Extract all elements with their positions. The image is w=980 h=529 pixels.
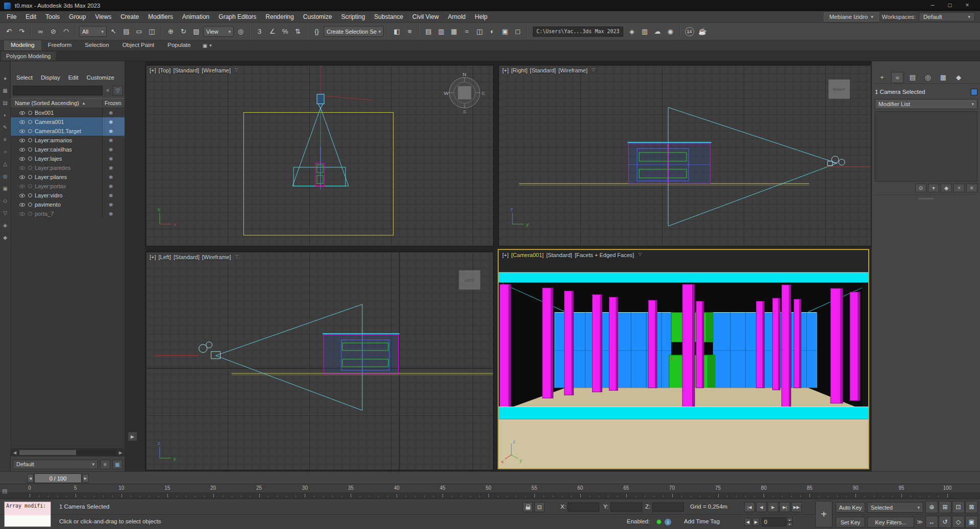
previous-frame-icon[interactable]: ◀ <box>756 502 767 512</box>
ribbon-tab-object-paint[interactable]: Object Paint <box>116 40 161 51</box>
explorer-row-layer-pilares[interactable]: Layer:pilares❄ <box>11 172 125 182</box>
search-filter-icon[interactable]: ▽ <box>113 86 123 95</box>
spinner-down-icon[interactable]: ▼ <box>787 522 793 526</box>
menu-customize[interactable]: Customize <box>299 12 337 22</box>
render-setup-icon[interactable]: ▣ <box>499 26 511 38</box>
viewport-filter-icon[interactable]: ▽ <box>638 252 642 258</box>
previous-key-icon[interactable]: ◀ <box>744 518 751 526</box>
viewcube-compass[interactable]: N W E S <box>444 71 485 115</box>
explorer-horizontal-scrollbar[interactable]: ◀ ▶ <box>11 448 125 457</box>
asset-library-icon[interactable]: ▥ <box>639 26 651 38</box>
explorer-preset-dropdown[interactable]: Default ▾ <box>13 460 98 469</box>
remove-modifier-icon[interactable]: × <box>953 184 965 192</box>
more-keys-icon[interactable]: ≫ <box>917 518 923 525</box>
viewport-filter-icon[interactable]: ▽ <box>235 67 238 73</box>
pin-stack-icon[interactable]: ⊙ <box>915 184 926 192</box>
select-and-move-icon[interactable]: ⊕ <box>165 26 177 38</box>
explorer-spacewarp-filter-icon[interactable]: ▽ <box>3 210 7 218</box>
project-folder-field[interactable]: C:\Users\Yac...3ds Max 2023 <box>533 27 623 37</box>
close-button[interactable]: × <box>959 0 976 11</box>
menu-file[interactable]: File <box>2 12 21 22</box>
user-workspace-tab[interactable]: Mebiane Izidro ▾ <box>824 12 879 21</box>
visibility-eye-icon[interactable] <box>19 120 25 124</box>
time-slider-next-icon[interactable]: ▶ <box>82 474 89 483</box>
viewport-filter-icon[interactable]: ▽ <box>592 67 595 73</box>
toggle-ribbon-icon[interactable]: ▦ <box>448 26 460 38</box>
explorer-row-layer-lajes[interactable]: Layer:lajes❄ <box>11 154 125 163</box>
key-filters-button[interactable]: Key Filters... <box>867 517 914 527</box>
viewport-camera[interactable]: x z x y [+][Camera001][Standard][Facets … <box>498 249 869 469</box>
viewport-right-label-3[interactable]: [Wireframe] <box>558 67 587 73</box>
explorer-material-icon[interactable]: ◐ <box>4 112 7 120</box>
explorer-light-filter-icon[interactable]: ◎ <box>3 173 8 181</box>
explorer-row-layer-caixilhas[interactable]: Layer:caixilhas❄ <box>11 145 125 154</box>
maximize-button[interactable]: □ <box>941 0 959 11</box>
viewport-left-label-0[interactable]: [+] <box>150 254 156 260</box>
viewcube-ghost[interactable]: LEFT <box>459 270 480 290</box>
edit-named-selection-sets-icon[interactable]: {} <box>311 26 323 38</box>
viewport-left-label-1[interactable]: [Left] <box>159 254 171 260</box>
viewport-top-label-0[interactable]: [+] <box>150 67 156 73</box>
field-of-view-icon[interactable]: ◇ <box>952 516 965 528</box>
menu-substance[interactable]: Substance <box>370 12 408 22</box>
frozen-snowflake-icon[interactable]: ❄ <box>102 172 125 182</box>
polygon-modeling-tab[interactable]: Polygon Modeling <box>1 52 56 61</box>
visibility-eye-icon[interactable] <box>19 175 25 179</box>
viewport-left-label-2[interactable]: [Standard] <box>174 254 200 260</box>
explorer-menu-customize[interactable]: Customize <box>83 73 118 82</box>
named-selection-sets-dropdown[interactable]: Create Selection Se▾ <box>324 26 384 37</box>
redo-icon[interactable]: ↷ <box>16 26 28 38</box>
menu-help[interactable]: Help <box>470 12 492 22</box>
explorer-pin-icon[interactable]: ● <box>4 75 7 83</box>
explorer-row-camera001-target[interactable]: Camera001.Target❄ <box>11 127 125 136</box>
visibility-eye-icon[interactable] <box>19 212 25 216</box>
select-object-icon[interactable]: ↖ <box>108 26 119 38</box>
material-editor-icon[interactable]: ◐ <box>486 26 498 38</box>
ribbon-tab-populate[interactable]: Populate <box>161 40 197 51</box>
camera-icon[interactable] <box>827 156 845 166</box>
select-and-rotate-icon[interactable]: ↻ <box>178 26 189 38</box>
menu-create[interactable]: Create <box>116 12 143 22</box>
visibility-eye-icon[interactable] <box>19 157 25 161</box>
visibility-eye-icon[interactable] <box>19 139 25 142</box>
animation-enabled-indicator[interactable] <box>656 519 662 524</box>
viewport-camera-label-2[interactable]: [Standard] <box>546 252 572 258</box>
explorer-shape-filter-icon[interactable]: △ <box>3 161 7 169</box>
ribbon-panel-icon[interactable]: ▣ <box>203 43 207 48</box>
absolute-offset-mode-icon[interactable]: ⊡ <box>534 502 545 512</box>
explorer-menu-display[interactable]: Display <box>37 73 64 82</box>
explorer-row-camera001[interactable]: Camera001❄ <box>11 117 125 127</box>
zoom-extents-icon[interactable]: ⊡ <box>952 501 965 513</box>
name-column-header[interactable]: Name (Sorted Ascending) ▲ <box>11 100 102 106</box>
viewport-right[interactable]: RIGHT y z [+][Right][Standard][Wireframe… <box>498 65 871 246</box>
explorer-group-filter-icon[interactable]: ◈ <box>3 222 7 230</box>
info-icon[interactable]: i <box>665 519 671 525</box>
viewport-top-label-2[interactable]: [Standard] <box>173 67 199 73</box>
scroll-right-icon[interactable]: ▶ <box>116 450 125 455</box>
spinner-snap-toggle-icon[interactable]: ⇅ <box>292 26 304 38</box>
rollout-handle[interactable] <box>918 198 934 199</box>
scroll-left-icon[interactable]: ◀ <box>11 450 19 455</box>
zoom-region-icon[interactable]: ⊠ <box>965 501 978 513</box>
schematic-view-icon[interactable]: ◫ <box>474 26 485 38</box>
next-frame-icon[interactable]: ▶| <box>779 502 790 512</box>
menu-animation[interactable]: Animation <box>178 12 214 22</box>
zoom-icon[interactable]: ⊕ <box>925 501 938 513</box>
menu-group[interactable]: Group <box>64 12 90 22</box>
menu-tools[interactable]: Tools <box>41 12 64 22</box>
set-key-button[interactable]: Set Key <box>836 517 865 527</box>
menu-arnold[interactable]: Arnold <box>444 12 471 22</box>
spinner-up-icon[interactable]: ▲ <box>787 517 793 522</box>
add-time-tag[interactable]: Add Time Tag <box>684 518 720 524</box>
ribbon-minimize-icon[interactable]: ▾ <box>209 43 212 48</box>
percent-snap-toggle-icon[interactable]: % <box>279 26 291 38</box>
clear-search-icon[interactable]: × <box>104 87 111 93</box>
rendered-frame-window-icon[interactable]: ◻ <box>512 26 524 38</box>
explorer-xref-filter-icon[interactable]: ◆ <box>3 235 7 242</box>
select-and-link-icon[interactable]: ∞ <box>35 26 46 38</box>
key-selection-dropdown[interactable]: Selected ▾ <box>867 502 923 513</box>
visibility-eye-icon[interactable] <box>19 130 25 133</box>
viewport-camera-label-1[interactable]: [Camera001] <box>511 252 544 258</box>
workspace-dropdown[interactable]: Default ▾ <box>919 12 975 21</box>
angle-snap-toggle-icon[interactable]: ∠ <box>266 26 278 38</box>
